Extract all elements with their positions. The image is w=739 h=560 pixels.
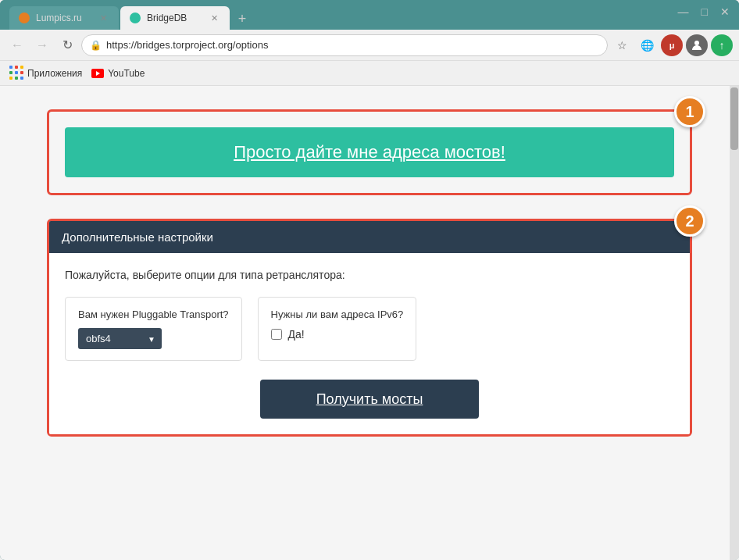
section-description: Пожалуйста, выберите опции для типа ретр… [65,269,674,281]
transport-select-wrapper: obfs4 obfs3 scramblesuit fte meek-azure … [78,328,162,349]
transport-select[interactable]: obfs4 obfs3 scramblesuit fte meek-azure [78,328,162,349]
extension-button[interactable]: ↑ [711,34,733,56]
window-controls: — □ ✕ [678,6,730,17]
step-badge-2: 2 [674,205,705,237]
main-content: 1 Просто дайте мне адреса мостов! 2 Допо… [0,86,739,560]
ipv6-label: Нужны ли вам адреса IPv6? [271,309,404,320]
new-tab-button[interactable]: + [231,8,253,30]
apps-label: Приложения [27,68,82,79]
toolbar-actions: ☆ 🌐 μ ↑ [611,34,733,56]
transport-label: Вам нужен Pluggable Transport? [78,309,229,320]
address-bar[interactable]: 🔒 https://bridges.torproject.org/options [81,34,608,56]
title-bar: Lumpics.ru ✕ BridgeDB ✕ + — □ ✕ [0,0,739,30]
bookmarks-bar: Приложения YouTube [0,61,739,86]
transport-option-box: Вам нужен Pluggable Transport? obfs4 obf… [65,297,242,361]
apps-button[interactable]: Приложения [9,66,82,80]
ublock-button[interactable]: μ [661,34,683,56]
profile-icon [691,39,703,52]
tab-bridgedb[interactable]: BridgeDB ✕ [120,6,230,30]
scrollbar[interactable] [730,86,739,560]
star-button[interactable]: ☆ [611,34,633,56]
page-content: 1 Просто дайте мне адреса мостов! 2 Допо… [0,86,739,560]
close-button[interactable]: ✕ [720,6,730,17]
address-text: https://bridges.torproject.org/options [106,39,599,51]
maximize-button[interactable]: □ [702,6,708,17]
svg-marker-1 [96,71,100,76]
svg-point-0 [694,41,699,45]
youtube-label: YouTube [108,68,145,79]
ipv6-checkbox-text: Да! [288,328,305,341]
youtube-bookmark[interactable]: YouTube [91,68,145,79]
tab-bridgedb-label: BridgeDB [147,12,187,23]
toolbar: ← → ↻ 🔒 https://bridges.torproject.org/o… [0,30,739,61]
tab-lumpics-icon [19,12,30,23]
apps-grid-icon [9,66,24,80]
section-2: 2 Дополнительные настройки Пожалуйста, в… [47,219,692,437]
tabs-area: Lumpics.ru ✕ BridgeDB ✕ + [6,6,253,30]
refresh-button[interactable]: ↻ [56,34,78,56]
just-give-me-bridges-button[interactable]: Просто дайте мне адреса мостов! [65,127,674,177]
ipv6-option-box: Нужны ли вам адреса IPv6? Да! [258,297,417,361]
step-badge-1: 1 [674,96,705,127]
ipv6-checkbox-label[interactable]: Да! [271,328,404,341]
back-button[interactable]: ← [6,34,28,56]
get-bridges-button[interactable]: Получить мосты [260,380,479,419]
section-body: Пожалуйста, выберите опции для типа ретр… [49,253,690,434]
section-1: 1 Просто дайте мне адреса мостов! [47,109,692,195]
section-header: Дополнительные настройки [49,221,690,253]
lock-icon: 🔒 [90,40,102,51]
globe-button[interactable]: 🌐 [636,34,658,56]
tab-bridgedb-icon [130,12,141,23]
tab-lumpics-label: Lumpics.ru [36,12,82,23]
forward-button[interactable]: → [31,34,53,56]
profile-button[interactable] [686,34,708,56]
minimize-button[interactable]: — [678,6,689,17]
scrollbar-thumb[interactable] [730,87,738,150]
tab-bridgedb-close[interactable]: ✕ [208,12,220,24]
ipv6-checkbox[interactable] [271,329,282,340]
youtube-icon [91,69,104,78]
tab-lumpics[interactable]: Lumpics.ru ✕ [9,6,119,30]
section-header-text: Дополнительные настройки [62,230,213,244]
browser-window: Lumpics.ru ✕ BridgeDB ✕ + — □ ✕ ← → ↻ 🔒 … [0,0,739,560]
tab-lumpics-close[interactable]: ✕ [97,12,109,24]
options-row: Вам нужен Pluggable Transport? obfs4 obf… [65,297,674,361]
